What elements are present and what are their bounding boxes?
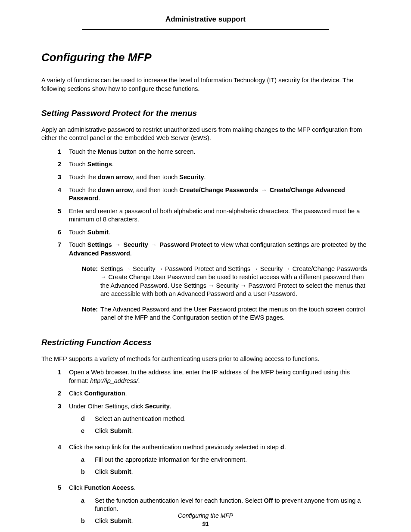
substeps: a Fill out the appropriate information f… <box>81 456 370 476</box>
bold-term: Settings <box>87 161 112 168</box>
page: Administrative support Configuring the M… <box>0 0 411 532</box>
arrow-icon: → <box>112 241 124 248</box>
text: , and then touch <box>133 187 179 193</box>
intro-paragraph: A variety of functions can be used to in… <box>41 76 370 93</box>
text: . <box>109 229 110 236</box>
text: . <box>284 444 286 451</box>
text: Touch the <box>69 174 98 180</box>
text: Touch <box>69 229 87 236</box>
substep-letter: e <box>81 427 87 436</box>
section-a-intro: Apply an administrative password to rest… <box>41 126 370 143</box>
step-body: Open a Web browser. In the address line,… <box>69 368 370 385</box>
step-number: 2 <box>53 160 61 169</box>
step-2: 2 Touch Settings. <box>53 160 370 169</box>
text: Under Other Settings, click <box>69 403 145 410</box>
url-example: http://ip_address/ <box>90 377 138 384</box>
step-3: 3 Under Other Settings, click Security. … <box>53 402 370 439</box>
bold-term: Submit <box>87 229 109 236</box>
arrow-icon: → <box>148 241 160 248</box>
substep-a: a Fill out the appropriate information f… <box>81 456 370 464</box>
step-number: 3 <box>53 402 61 439</box>
page-title-h1: Configuring the MFP <box>41 50 370 65</box>
substeps: d Select an authentication method. e Cli… <box>81 415 370 435</box>
step-7: 7 Touch Settings → Security → Password P… <box>53 241 370 258</box>
step-body: Touch the Menus button on the home scree… <box>69 148 370 156</box>
text: Click <box>95 468 110 475</box>
text: Click <box>69 484 84 491</box>
step-number: 3 <box>53 173 61 182</box>
step-body: Touch the down arrow, and then touch Sec… <box>69 173 370 182</box>
step-1: 1 Open a Web browser. In the address lin… <box>53 368 370 385</box>
bold-term: Submit <box>110 468 131 475</box>
step-body: Touch Settings. <box>69 160 370 169</box>
page-number: 91 <box>0 520 411 528</box>
step-4: 4 Click the setup link for the authentic… <box>53 443 370 480</box>
note-body: The Advanced Password and the User Passw… <box>100 305 370 322</box>
section-a-steps: 1 Touch the Menus button on the home scr… <box>53 148 370 258</box>
step-4: 4 Touch the down arrow, and then touch C… <box>53 186 370 203</box>
step-body: Touch the down arrow, and then touch Cre… <box>69 186 370 203</box>
bold-term: Configuration <box>84 390 125 397</box>
step-body: Click the setup link for the authenticat… <box>69 443 370 480</box>
note-label: Note: <box>82 265 98 299</box>
step-number: 1 <box>53 368 61 385</box>
step-6: 6 Touch Submit. <box>53 228 370 237</box>
text: . <box>125 390 127 397</box>
text: . <box>130 250 132 257</box>
substep-body: Select an authentication method. <box>95 415 186 423</box>
bold-term: Settings <box>87 241 112 248</box>
step-body: Under Other Settings, click Security. d … <box>69 402 370 439</box>
step-number: 4 <box>53 186 61 203</box>
step-5: 5 Enter and reenter a password of both a… <box>53 207 370 224</box>
step-number: 6 <box>53 228 61 237</box>
text: . <box>99 195 100 202</box>
section-heading-password-protect: Setting Password Protect for the menus <box>41 108 370 119</box>
bold-term: Security <box>179 174 204 180</box>
bold-term: Security <box>124 241 148 248</box>
substep-b: b Click Submit. <box>81 468 370 476</box>
bold-term: Submit <box>110 427 131 434</box>
substep-letter: a <box>81 497 87 513</box>
substep-e: e Click Submit. <box>81 427 370 436</box>
step-1: 1 Touch the Menus button on the home scr… <box>53 148 370 156</box>
substep-body: Click Submit. <box>95 427 133 436</box>
notes-block: Note: Settings → Security → Password Pro… <box>82 265 370 322</box>
bold-term: Security <box>145 403 170 410</box>
text: . <box>170 403 171 410</box>
substep-letter: b <box>81 468 87 476</box>
text: . <box>138 377 140 384</box>
running-header: Administrative support <box>41 15 370 29</box>
text: Set the function authentication level fo… <box>95 497 264 504</box>
text: Touch <box>69 241 87 248</box>
step-body: Touch Submit. <box>69 228 370 237</box>
step-number: 2 <box>53 389 61 398</box>
footer-section-title: Configuring the MFP <box>0 512 411 520</box>
text: . <box>112 161 114 168</box>
step-body: Click Configuration. <box>69 389 370 398</box>
text: . <box>204 174 206 180</box>
section-b-steps: 1 Open a Web browser. In the address lin… <box>53 368 370 529</box>
substep-body: Fill out the appropriate information for… <box>95 456 247 464</box>
text: , and then touch <box>133 174 179 180</box>
step-number: 7 <box>53 241 61 258</box>
note-label: Note: <box>82 305 98 322</box>
text: button on the home screen. <box>118 148 196 155</box>
bold-term: Function Access <box>84 484 134 491</box>
bold-term: Create/Change Passwords <box>179 187 258 193</box>
note-1: Note: Settings → Security → Password Pro… <box>82 265 370 299</box>
text: Touch the <box>69 148 98 155</box>
section-heading-restricting-access: Restricting Function Access <box>41 337 370 348</box>
text: . <box>131 427 133 434</box>
page-footer: Configuring the MFP 91 <box>0 512 411 528</box>
step-2: 2 Click Configuration. <box>53 389 370 398</box>
step-body: Touch Settings → Security → Password Pro… <box>69 241 370 258</box>
text: Touch the <box>69 187 98 193</box>
bold-term: down arrow <box>98 187 133 193</box>
step-number: 1 <box>53 148 61 156</box>
bold-term: Password Protect <box>159 241 212 248</box>
bold-term: down arrow <box>98 174 133 180</box>
bold-term: d <box>280 444 284 451</box>
text: . <box>131 468 133 475</box>
step-body: Enter and reenter a password of both alp… <box>69 207 370 224</box>
bold-term: Advanced Password <box>69 250 130 257</box>
